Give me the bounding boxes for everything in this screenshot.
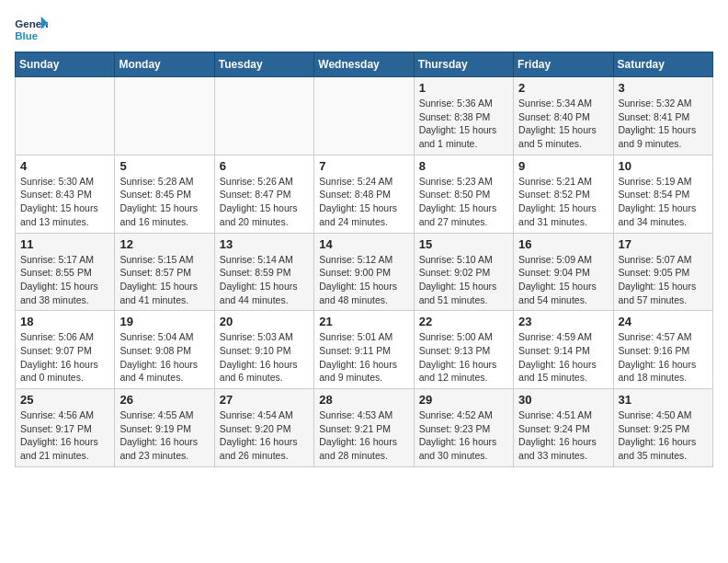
calendar-cell: 5Sunrise: 5:28 AM Sunset: 8:45 PM Daylig… <box>115 155 214 233</box>
day-number: 21 <box>319 315 408 328</box>
day-info: Sunrise: 4:56 AM Sunset: 9:17 PM Dayligh… <box>20 408 109 463</box>
day-info: Sunrise: 5:19 AM Sunset: 8:54 PM Dayligh… <box>619 175 708 229</box>
day-info: Sunrise: 4:54 AM Sunset: 9:20 PM Dayligh… <box>220 408 309 463</box>
calendar-cell: 24Sunrise: 4:57 AM Sunset: 9:16 PM Dayli… <box>613 311 712 389</box>
logo: General Blue <box>15 15 48 44</box>
calendar-table: SundayMondayTuesdayWednesdayThursdayFrid… <box>15 52 713 467</box>
day-number: 11 <box>20 237 109 251</box>
page-header: General Blue <box>15 15 713 44</box>
day-info: Sunrise: 5:07 AM Sunset: 9:05 PM Dayligh… <box>619 253 708 307</box>
calendar-cell: 23Sunrise: 4:59 AM Sunset: 9:14 PM Dayli… <box>514 311 613 389</box>
day-number: 28 <box>319 393 408 407</box>
day-number: 5 <box>119 159 209 173</box>
calendar-cell: 25Sunrise: 4:56 AM Sunset: 9:17 PM Dayli… <box>16 389 115 467</box>
weekday-header-monday: Monday <box>115 52 214 77</box>
day-number: 23 <box>518 315 608 328</box>
day-info: Sunrise: 4:53 AM Sunset: 9:21 PM Dayligh… <box>319 408 408 463</box>
week-row-3: 11Sunrise: 5:17 AM Sunset: 8:55 PM Dayli… <box>16 233 713 311</box>
calendar-cell: 3Sunrise: 5:32 AM Sunset: 8:41 PM Daylig… <box>613 77 712 155</box>
calendar-cell: 6Sunrise: 5:26 AM Sunset: 8:47 PM Daylig… <box>214 155 313 233</box>
day-number: 12 <box>119 237 209 251</box>
day-number: 19 <box>119 315 209 328</box>
day-info: Sunrise: 5:34 AM Sunset: 8:40 PM Dayligh… <box>518 97 608 151</box>
day-number: 6 <box>220 159 309 173</box>
calendar-cell: 8Sunrise: 5:23 AM Sunset: 8:50 PM Daylig… <box>414 155 513 233</box>
week-row-4: 18Sunrise: 5:06 AM Sunset: 9:07 PM Dayli… <box>16 311 713 389</box>
week-row-2: 4Sunrise: 5:30 AM Sunset: 8:43 PM Daylig… <box>16 155 713 233</box>
day-info: Sunrise: 5:21 AM Sunset: 8:52 PM Dayligh… <box>518 175 608 229</box>
calendar-cell <box>314 77 414 155</box>
week-row-5: 25Sunrise: 4:56 AM Sunset: 9:17 PM Dayli… <box>16 389 713 467</box>
day-info: Sunrise: 5:24 AM Sunset: 8:48 PM Dayligh… <box>319 175 408 229</box>
day-number: 3 <box>619 81 708 95</box>
day-info: Sunrise: 5:36 AM Sunset: 8:38 PM Dayligh… <box>419 97 508 151</box>
week-row-1: 1Sunrise: 5:36 AM Sunset: 8:38 PM Daylig… <box>16 77 713 155</box>
calendar-cell: 1Sunrise: 5:36 AM Sunset: 8:38 PM Daylig… <box>414 77 513 155</box>
weekday-header-saturday: Saturday <box>613 52 712 77</box>
day-info: Sunrise: 5:10 AM Sunset: 9:02 PM Dayligh… <box>419 253 508 307</box>
day-number: 15 <box>419 237 508 251</box>
day-info: Sunrise: 5:00 AM Sunset: 9:13 PM Dayligh… <box>419 330 508 385</box>
weekday-header-wednesday: Wednesday <box>314 52 414 77</box>
weekday-header-sunday: Sunday <box>16 52 115 77</box>
day-info: Sunrise: 5:28 AM Sunset: 8:45 PM Dayligh… <box>119 175 209 229</box>
day-number: 30 <box>518 393 608 407</box>
calendar-cell: 20Sunrise: 5:03 AM Sunset: 9:10 PM Dayli… <box>214 311 313 389</box>
calendar-cell: 29Sunrise: 4:52 AM Sunset: 9:23 PM Dayli… <box>414 389 513 467</box>
day-info: Sunrise: 5:15 AM Sunset: 8:57 PM Dayligh… <box>119 253 209 307</box>
day-info: Sunrise: 5:03 AM Sunset: 9:10 PM Dayligh… <box>220 330 309 385</box>
day-info: Sunrise: 5:12 AM Sunset: 9:00 PM Dayligh… <box>319 253 408 307</box>
calendar-cell: 7Sunrise: 5:24 AM Sunset: 8:48 PM Daylig… <box>314 155 414 233</box>
day-number: 14 <box>319 237 408 251</box>
day-info: Sunrise: 4:57 AM Sunset: 9:16 PM Dayligh… <box>619 330 708 385</box>
calendar-cell: 19Sunrise: 5:04 AM Sunset: 9:08 PM Dayli… <box>115 311 214 389</box>
day-info: Sunrise: 4:52 AM Sunset: 9:23 PM Dayligh… <box>419 408 508 463</box>
day-number: 1 <box>419 81 508 95</box>
day-info: Sunrise: 4:50 AM Sunset: 9:25 PM Dayligh… <box>619 408 708 463</box>
calendar-cell: 4Sunrise: 5:30 AM Sunset: 8:43 PM Daylig… <box>16 155 115 233</box>
day-number: 22 <box>419 315 508 328</box>
calendar-cell <box>115 77 214 155</box>
calendar-cell <box>214 77 313 155</box>
calendar-cell: 26Sunrise: 4:55 AM Sunset: 9:19 PM Dayli… <box>115 389 214 467</box>
calendar-cell: 17Sunrise: 5:07 AM Sunset: 9:05 PM Dayli… <box>613 233 712 311</box>
svg-text:Blue: Blue <box>15 30 39 41</box>
calendar-cell: 11Sunrise: 5:17 AM Sunset: 8:55 PM Dayli… <box>16 233 115 311</box>
day-number: 27 <box>220 393 309 407</box>
calendar-cell: 31Sunrise: 4:50 AM Sunset: 9:25 PM Dayli… <box>613 389 712 467</box>
day-number: 9 <box>518 159 608 173</box>
day-number: 2 <box>518 81 608 95</box>
calendar-cell: 27Sunrise: 4:54 AM Sunset: 9:20 PM Dayli… <box>214 389 313 467</box>
weekday-header-tuesday: Tuesday <box>214 52 313 77</box>
calendar-cell: 14Sunrise: 5:12 AM Sunset: 9:00 PM Dayli… <box>314 233 414 311</box>
calendar-cell: 28Sunrise: 4:53 AM Sunset: 9:21 PM Dayli… <box>314 389 414 467</box>
day-number: 16 <box>518 237 608 251</box>
calendar-cell: 16Sunrise: 5:09 AM Sunset: 9:04 PM Dayli… <box>514 233 613 311</box>
calendar-cell: 15Sunrise: 5:10 AM Sunset: 9:02 PM Dayli… <box>414 233 513 311</box>
day-info: Sunrise: 5:23 AM Sunset: 8:50 PM Dayligh… <box>419 175 508 229</box>
weekday-header-row: SundayMondayTuesdayWednesdayThursdayFrid… <box>16 52 713 77</box>
calendar-cell: 22Sunrise: 5:00 AM Sunset: 9:13 PM Dayli… <box>414 311 513 389</box>
day-info: Sunrise: 5:17 AM Sunset: 8:55 PM Dayligh… <box>20 253 109 307</box>
calendar-cell: 10Sunrise: 5:19 AM Sunset: 8:54 PM Dayli… <box>613 155 712 233</box>
weekday-header-friday: Friday <box>514 52 613 77</box>
weekday-header-thursday: Thursday <box>414 52 513 77</box>
calendar-cell <box>16 77 115 155</box>
day-number: 24 <box>619 315 708 328</box>
day-info: Sunrise: 4:51 AM Sunset: 9:24 PM Dayligh… <box>518 408 608 463</box>
day-number: 29 <box>419 393 508 407</box>
day-number: 18 <box>20 315 109 328</box>
day-number: 7 <box>319 159 408 173</box>
day-number: 17 <box>619 237 708 251</box>
day-info: Sunrise: 5:09 AM Sunset: 9:04 PM Dayligh… <box>518 253 608 307</box>
calendar-cell: 13Sunrise: 5:14 AM Sunset: 8:59 PM Dayli… <box>214 233 313 311</box>
day-info: Sunrise: 5:04 AM Sunset: 9:08 PM Dayligh… <box>119 330 209 385</box>
calendar-cell: 2Sunrise: 5:34 AM Sunset: 8:40 PM Daylig… <box>514 77 613 155</box>
day-info: Sunrise: 4:59 AM Sunset: 9:14 PM Dayligh… <box>518 330 608 385</box>
calendar-cell: 9Sunrise: 5:21 AM Sunset: 8:52 PM Daylig… <box>514 155 613 233</box>
day-number: 10 <box>619 159 708 173</box>
day-info: Sunrise: 5:01 AM Sunset: 9:11 PM Dayligh… <box>319 330 408 385</box>
day-info: Sunrise: 5:26 AM Sunset: 8:47 PM Dayligh… <box>220 175 309 229</box>
calendar-cell: 21Sunrise: 5:01 AM Sunset: 9:11 PM Dayli… <box>314 311 414 389</box>
logo-icon: General Blue <box>15 15 48 44</box>
